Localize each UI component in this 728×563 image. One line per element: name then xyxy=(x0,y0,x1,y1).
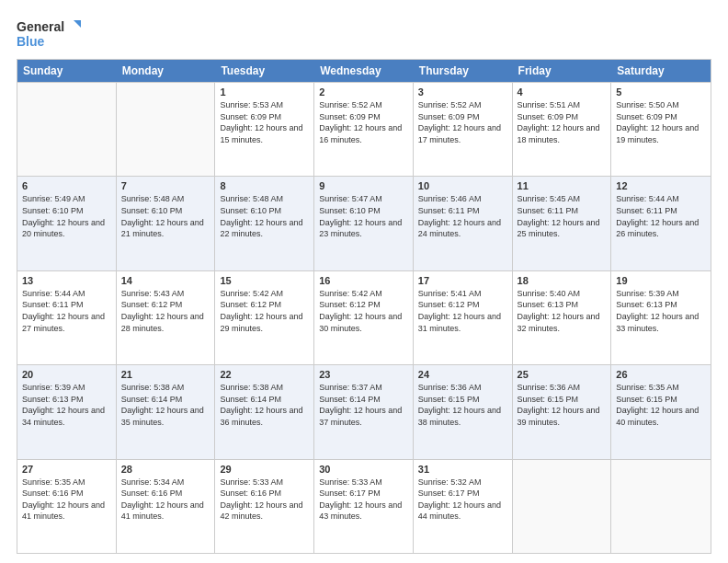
day-number: 20 xyxy=(22,369,111,380)
calendar-header: SundayMondayTuesdayWednesdayThursdayFrid… xyxy=(17,60,711,82)
day-info: Sunrise: 5:52 AMSunset: 6:09 PMDaylight:… xyxy=(418,100,501,144)
day-number: 22 xyxy=(220,369,309,380)
calendar-cell: 29 Sunrise: 5:33 AMSunset: 6:16 PMDaylig… xyxy=(215,460,314,553)
calendar-cell: 26 Sunrise: 5:35 AMSunset: 6:15 PMDaylig… xyxy=(611,365,711,458)
day-number: 19 xyxy=(616,275,706,286)
day-info: Sunrise: 5:48 AMSunset: 6:10 PMDaylight:… xyxy=(121,194,204,238)
calendar-cell: 27 Sunrise: 5:35 AMSunset: 6:16 PMDaylig… xyxy=(17,460,117,553)
day-number: 27 xyxy=(22,464,111,475)
page: General Blue SundayMondayTuesdayWednesda… xyxy=(0,0,728,563)
calendar-cell: 17 Sunrise: 5:41 AMSunset: 6:12 PMDaylig… xyxy=(414,271,513,364)
calendar-cell: 10 Sunrise: 5:46 AMSunset: 6:11 PMDaylig… xyxy=(414,177,513,270)
calendar-cell: 2 Sunrise: 5:52 AMSunset: 6:09 PMDayligh… xyxy=(314,83,414,176)
calendar-cell: 30 Sunrise: 5:33 AMSunset: 6:17 PMDaylig… xyxy=(314,460,414,553)
day-number: 9 xyxy=(319,180,408,191)
calendar-cell xyxy=(17,83,117,176)
day-number: 17 xyxy=(418,275,507,286)
calendar-cell: 18 Sunrise: 5:40 AMSunset: 6:13 PMDaylig… xyxy=(513,271,612,364)
day-info: Sunrise: 5:38 AMSunset: 6:14 PMDaylight:… xyxy=(121,383,204,427)
day-number: 31 xyxy=(418,464,507,475)
svg-text:Blue: Blue xyxy=(17,34,45,49)
day-number: 24 xyxy=(418,369,507,380)
calendar-cell: 23 Sunrise: 5:37 AMSunset: 6:14 PMDaylig… xyxy=(314,365,414,458)
calendar-cell: 16 Sunrise: 5:42 AMSunset: 6:12 PMDaylig… xyxy=(314,271,414,364)
calendar-cell: 8 Sunrise: 5:48 AMSunset: 6:10 PMDayligh… xyxy=(215,177,314,270)
day-number: 1 xyxy=(220,86,309,98)
day-info: Sunrise: 5:39 AMSunset: 6:13 PMDaylight:… xyxy=(616,289,699,333)
day-info: Sunrise: 5:51 AMSunset: 6:09 PMDaylight:… xyxy=(518,100,600,144)
calendar-cell: 20 Sunrise: 5:39 AMSunset: 6:13 PMDaylig… xyxy=(17,365,117,458)
calendar-cell: 4 Sunrise: 5:51 AMSunset: 6:09 PMDayligh… xyxy=(513,83,612,176)
day-info: Sunrise: 5:42 AMSunset: 6:12 PMDaylight:… xyxy=(220,289,302,333)
calendar-cell: 9 Sunrise: 5:47 AMSunset: 6:10 PMDayligh… xyxy=(314,177,414,270)
calendar-cell: 11 Sunrise: 5:45 AMSunset: 6:11 PMDaylig… xyxy=(513,177,612,270)
logo: General Blue xyxy=(17,17,81,50)
calendar-cell xyxy=(611,460,711,553)
day-number: 29 xyxy=(220,464,309,475)
calendar-cell: 3 Sunrise: 5:52 AMSunset: 6:09 PMDayligh… xyxy=(414,83,513,176)
day-number: 18 xyxy=(518,275,607,286)
calendar-cell: 25 Sunrise: 5:36 AMSunset: 6:15 PMDaylig… xyxy=(513,365,612,458)
day-info: Sunrise: 5:44 AMSunset: 6:11 PMDaylight:… xyxy=(22,289,105,333)
logo-svg: General Blue xyxy=(17,17,81,50)
calendar-row-3: 13 Sunrise: 5:44 AMSunset: 6:11 PMDaylig… xyxy=(17,270,711,364)
day-info: Sunrise: 5:39 AMSunset: 6:13 PMDaylight:… xyxy=(22,383,105,427)
day-number: 21 xyxy=(121,369,210,380)
calendar-cell: 21 Sunrise: 5:38 AMSunset: 6:14 PMDaylig… xyxy=(117,365,216,458)
day-info: Sunrise: 5:48 AMSunset: 6:10 PMDaylight:… xyxy=(220,194,302,238)
header-day-saturday: Saturday xyxy=(611,60,711,82)
header-day-tuesday: Tuesday xyxy=(215,60,314,82)
day-info: Sunrise: 5:35 AMSunset: 6:16 PMDaylight:… xyxy=(22,477,105,522)
day-info: Sunrise: 5:47 AMSunset: 6:10 PMDaylight:… xyxy=(319,194,402,238)
calendar-cell: 15 Sunrise: 5:42 AMSunset: 6:12 PMDaylig… xyxy=(215,271,314,364)
calendar-row-5: 27 Sunrise: 5:35 AMSunset: 6:16 PMDaylig… xyxy=(17,459,711,553)
calendar-cell: 14 Sunrise: 5:43 AMSunset: 6:12 PMDaylig… xyxy=(117,271,216,364)
day-number: 10 xyxy=(418,180,507,191)
day-info: Sunrise: 5:32 AMSunset: 6:17 PMDaylight:… xyxy=(418,477,501,522)
svg-text:General: General xyxy=(17,19,64,34)
day-info: Sunrise: 5:34 AMSunset: 6:16 PMDaylight:… xyxy=(121,477,204,522)
calendar-cell xyxy=(513,460,612,553)
day-info: Sunrise: 5:42 AMSunset: 6:12 PMDaylight:… xyxy=(319,289,402,333)
day-number: 3 xyxy=(418,86,507,98)
day-number: 6 xyxy=(22,180,111,191)
day-info: Sunrise: 5:36 AMSunset: 6:15 PMDaylight:… xyxy=(518,383,600,427)
header-day-thursday: Thursday xyxy=(414,60,513,82)
header: General Blue xyxy=(17,17,711,50)
day-info: Sunrise: 5:45 AMSunset: 6:11 PMDaylight:… xyxy=(518,194,600,238)
day-info: Sunrise: 5:35 AMSunset: 6:15 PMDaylight:… xyxy=(616,383,699,427)
header-day-monday: Monday xyxy=(117,60,216,82)
day-info: Sunrise: 5:38 AMSunset: 6:14 PMDaylight:… xyxy=(220,383,302,427)
calendar-cell: 6 Sunrise: 5:49 AMSunset: 6:10 PMDayligh… xyxy=(17,177,117,270)
day-info: Sunrise: 5:43 AMSunset: 6:12 PMDaylight:… xyxy=(121,289,204,333)
day-info: Sunrise: 5:36 AMSunset: 6:15 PMDaylight:… xyxy=(418,383,501,427)
calendar-cell: 7 Sunrise: 5:48 AMSunset: 6:10 PMDayligh… xyxy=(117,177,216,270)
day-number: 4 xyxy=(518,86,607,98)
day-info: Sunrise: 5:44 AMSunset: 6:11 PMDaylight:… xyxy=(616,194,699,238)
day-number: 5 xyxy=(616,86,706,98)
day-info: Sunrise: 5:52 AMSunset: 6:09 PMDaylight:… xyxy=(319,100,402,144)
day-info: Sunrise: 5:33 AMSunset: 6:16 PMDaylight:… xyxy=(220,477,302,522)
day-number: 25 xyxy=(518,369,607,380)
calendar-cell xyxy=(117,83,216,176)
calendar-body: 1 Sunrise: 5:53 AMSunset: 6:09 PMDayligh… xyxy=(17,82,711,553)
day-number: 26 xyxy=(616,369,706,380)
calendar-cell: 19 Sunrise: 5:39 AMSunset: 6:13 PMDaylig… xyxy=(611,271,711,364)
calendar-row-1: 1 Sunrise: 5:53 AMSunset: 6:09 PMDayligh… xyxy=(17,82,711,176)
day-number: 23 xyxy=(319,369,408,380)
day-info: Sunrise: 5:49 AMSunset: 6:10 PMDaylight:… xyxy=(22,194,105,238)
day-number: 11 xyxy=(518,180,607,191)
day-number: 12 xyxy=(616,180,706,191)
day-number: 13 xyxy=(22,275,111,286)
day-number: 28 xyxy=(121,464,210,475)
calendar-cell: 31 Sunrise: 5:32 AMSunset: 6:17 PMDaylig… xyxy=(414,460,513,553)
calendar-row-4: 20 Sunrise: 5:39 AMSunset: 6:13 PMDaylig… xyxy=(17,364,711,458)
day-number: 8 xyxy=(220,180,309,191)
header-day-sunday: Sunday xyxy=(17,60,117,82)
calendar-cell: 12 Sunrise: 5:44 AMSunset: 6:11 PMDaylig… xyxy=(611,177,711,270)
day-number: 16 xyxy=(319,275,408,286)
calendar-cell: 22 Sunrise: 5:38 AMSunset: 6:14 PMDaylig… xyxy=(215,365,314,458)
calendar-cell: 13 Sunrise: 5:44 AMSunset: 6:11 PMDaylig… xyxy=(17,271,117,364)
calendar: SundayMondayTuesdayWednesdayThursdayFrid… xyxy=(17,59,711,554)
calendar-cell: 28 Sunrise: 5:34 AMSunset: 6:16 PMDaylig… xyxy=(117,460,216,553)
